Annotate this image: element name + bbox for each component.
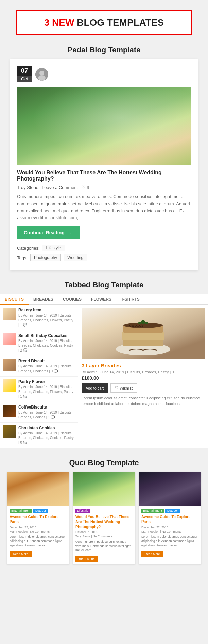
- add-to-cart-button[interactable]: Add to cart: [82, 383, 108, 393]
- quci-card-body: Entertainment Outdoor Awesome Guide To E…: [139, 506, 201, 559]
- quci-card: Lifestyle Would You Believe That These A…: [73, 472, 135, 564]
- banner-new-text: 3 NEW: [44, 17, 74, 28]
- tag-outdoor: Outdoor: [33, 509, 48, 513]
- quci-grid: Entertainment Outdoor Awesome Guide To E…: [7, 472, 201, 564]
- pedal-section-title: Pedal Blog Template: [0, 45, 208, 54]
- pedal-post-meta: Troy Stone Leave a Comment ♡ 9: [17, 185, 191, 190]
- quci-card-tags: Lifestyle: [75, 509, 133, 513]
- quci-card-image-portrait: [139, 472, 201, 506]
- quci-card-author: Troy Stone | No Comments: [75, 535, 133, 538]
- tab-breades[interactable]: BREADES: [29, 294, 58, 304]
- continue-reading-button[interactable]: Continue Reading →: [17, 226, 80, 239]
- quci-read-more-button[interactable]: Read More: [141, 551, 163, 557]
- list-item-title: Choklates Cookies: [18, 425, 74, 430]
- quci-card-excerpt: Lorem ipsum dolor sit amet, consectetuer…: [141, 535, 198, 548]
- quci-card-image-wedding: [73, 472, 135, 506]
- pedal-comment-link[interactable]: Leave a Comment: [42, 185, 78, 190]
- tab-tshirts[interactable]: T-SHIRTS: [116, 294, 144, 304]
- tag-entertainment: Entertainment: [10, 509, 32, 513]
- list-item-meta: By Admin | June 14, 2019 | Biscuits, Bre…: [18, 313, 74, 327]
- list-item[interactable]: CoffeeBiscuits By Admin | June 14, 2019 …: [0, 402, 78, 423]
- date-day: 07: [17, 66, 32, 76]
- list-item[interactable]: Bakery Item By Admin | June 14, 2019 | B…: [0, 305, 78, 330]
- svg-point-1: [39, 71, 44, 75]
- pedal-heart-number: 9: [87, 185, 89, 190]
- quci-read-more-button[interactable]: Read More: [75, 556, 98, 562]
- tabs-bar: BISCUITS BREADES COOKIES FLOWERS T-SHIRT…: [0, 294, 208, 305]
- quci-section-title: Quci Blog Template: [0, 458, 208, 467]
- thumb-cupcake: [3, 333, 16, 345]
- quci-card-tags: Entertainment Outdoor: [141, 509, 198, 513]
- tabbed-detail: 3 Layer Breades By Admin | June 14, 2019…: [78, 305, 208, 448]
- tabbed-content: Bakery Item By Admin | June 14, 2019 | B…: [0, 305, 208, 448]
- list-item[interactable]: Small Birthday Cupcakes By Admin | June …: [0, 330, 78, 356]
- tab-flowers[interactable]: FLOWERS: [86, 294, 116, 304]
- svg-point-10: [145, 322, 148, 324]
- heart-icon: ♡: [115, 386, 118, 390]
- quci-section: Entertainment Outdoor Awesome Guide To E…: [7, 472, 201, 564]
- tag-lifestyle: Lifestyle: [75, 509, 90, 513]
- quci-read-more-button[interactable]: Read More: [10, 551, 32, 557]
- date-box: 07 Oct: [17, 66, 32, 82]
- quci-card-date: December 22, 2015: [10, 526, 67, 529]
- quci-card-author: Many Robion | No Comments: [10, 530, 67, 533]
- thumb-flower: [3, 379, 16, 392]
- tabbed-section: BISCUITS BREADES COOKIES FLOWERS T-SHIRT…: [0, 294, 208, 448]
- svg-point-8: [141, 320, 145, 324]
- arrow-icon: →: [67, 230, 73, 236]
- quci-card-excerpt: Quis munere impedit cu eum, ex mea vero …: [75, 539, 133, 552]
- thumb-bakery: [3, 308, 16, 320]
- list-item-meta: By Admin | June 14, 2019 | Biscuits, Bre…: [18, 385, 74, 399]
- list-item-meta: By Admin | June 14, 2019 | Biscuits, Bre…: [18, 364, 74, 374]
- list-item[interactable]: Bread Biscuit By Admin | June 14, 2019 |…: [0, 356, 78, 377]
- list-item-title: Pastry Flower: [18, 379, 74, 384]
- quci-card-date: October 7, 2016: [75, 530, 133, 534]
- pedal-post-title: Would You Believe That These Are The Hot…: [17, 170, 191, 182]
- tab-cookies[interactable]: COOKIES: [58, 294, 86, 304]
- quci-card-author: Many Robion | No Comments: [141, 530, 198, 533]
- list-item-title: CoffeeBiscuits: [18, 405, 74, 410]
- tag-entertainment: Entertainment: [141, 509, 164, 513]
- quci-card-date: December 22, 2015: [141, 526, 198, 529]
- svg-rect-4: [123, 339, 163, 346]
- quci-card-tags: Entertainment Outdoor: [10, 509, 67, 513]
- wishlist-button[interactable]: ♡ Wishlist: [110, 383, 137, 393]
- categories-label: Categories:: [17, 246, 39, 251]
- quci-card-title: Awesome Guide To Explore Paris: [141, 514, 198, 524]
- list-item-title: Bakery Item: [18, 308, 74, 312]
- thumb-coffee: [3, 405, 16, 417]
- detail-product-image: [82, 308, 205, 359]
- category-badge-lifestyle[interactable]: Lifestyle: [42, 245, 65, 251]
- detail-product-description: Lorem ipsum dolor sit amet, consectetur …: [82, 395, 205, 406]
- tag-photography[interactable]: Photography: [30, 254, 61, 261]
- svg-point-2: [38, 75, 46, 81]
- quci-card-excerpt: Lorem ipsum dolor sit amet, consectetuer…: [10, 535, 67, 548]
- list-item[interactable]: Pastry Flower By Admin | June 14, 2019 |…: [0, 377, 78, 402]
- list-item-title: Bread Biscuit: [18, 359, 74, 363]
- list-item[interactable]: Choklates Cookies By Admin | June 14, 20…: [0, 423, 78, 448]
- svg-point-9: [138, 322, 141, 324]
- wishlist-label: Wishlist: [120, 386, 133, 390]
- list-item-meta: By Admin | June 14, 2019 | Biscuits, Bre…: [18, 431, 74, 445]
- tab-biscuits[interactable]: BISCUITS: [0, 294, 29, 305]
- quci-card: Entertainment Outdoor Awesome Guide To E…: [139, 472, 201, 564]
- continue-reading-label: Continue Reading: [24, 230, 65, 235]
- categories-row: Categories: Lifestyle: [17, 245, 191, 251]
- tags-label: Tags:: [17, 255, 28, 260]
- quci-card-body: Entertainment Outdoor Awesome Guide To E…: [7, 506, 69, 559]
- pedal-post-image: [17, 87, 191, 165]
- detail-product-price: £100.00: [82, 375, 205, 381]
- list-item-title: Small Birthday Cupcakes: [18, 333, 74, 338]
- detail-product-title: 3 Layer Breades: [82, 363, 205, 368]
- list-item-meta: By Admin | June 14, 2019 | Biscuits, Bre…: [18, 410, 74, 420]
- pedal-author: Troy Stone: [17, 185, 38, 190]
- heart-icon: ♡: [81, 185, 86, 190]
- banner-rest-text: BLOG TEMPLATES: [74, 17, 164, 28]
- header-banner: 3 NEW BLOG TEMPLATES: [16, 10, 192, 35]
- pedal-excerpt: Quis munere impedit cu eum, ex mea vero …: [17, 193, 191, 222]
- tabbed-section-title: Tabbed Blog Template: [0, 281, 208, 289]
- tag-wedding[interactable]: Wedding: [64, 254, 87, 261]
- tags-row: Tags: Photography Wedding: [17, 254, 191, 261]
- tabbed-list: Bakery Item By Admin | June 14, 2019 | B…: [0, 305, 78, 448]
- detail-actions: Add to cart ♡ Wishlist: [82, 383, 205, 393]
